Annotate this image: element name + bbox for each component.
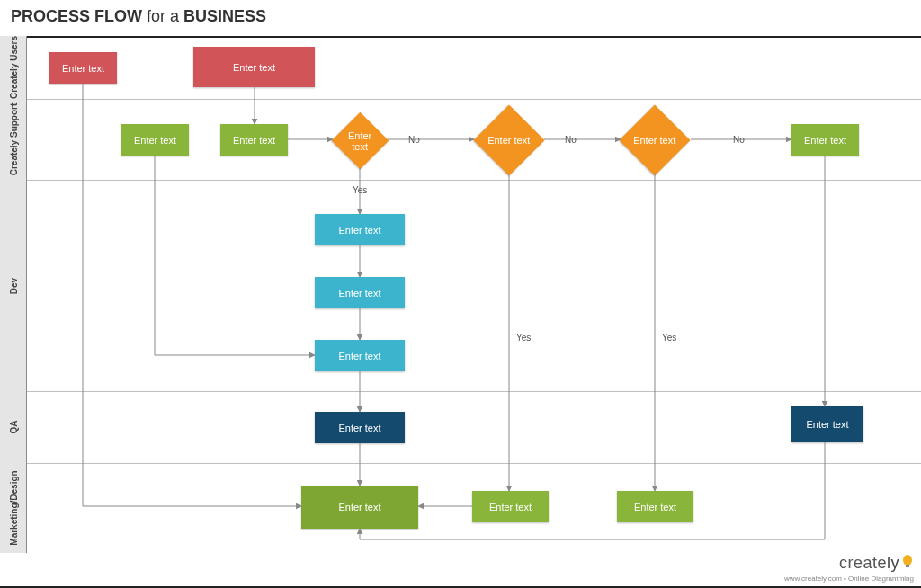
node-dev-1[interactable]: Enter text	[315, 214, 405, 245]
lane-divider	[0, 99, 921, 100]
edge-label-no-2: No	[565, 135, 577, 145]
lane-label-dev: Dev	[0, 180, 27, 391]
edge-label-no-1: No	[408, 135, 420, 145]
node-text: Enter text	[338, 225, 380, 236]
node-marketing-2[interactable]: Enter text	[472, 491, 549, 522]
footer-sub: www.creately.com • Online Diagramming	[784, 575, 914, 583]
title-suffix: BUSINESS	[183, 7, 266, 25]
node-text: Enter text	[134, 135, 176, 146]
svg-point-0	[903, 555, 912, 566]
node-qa-1[interactable]: Enter text	[315, 412, 405, 443]
node-text: Enter text	[62, 63, 104, 74]
title-conj: for a	[147, 7, 179, 25]
lane-divider	[0, 180, 921, 181]
node-user-2[interactable]: Enter text	[193, 47, 315, 87]
node-support-2[interactable]: Enter text	[220, 124, 288, 156]
node-text: Enter text	[634, 502, 676, 512]
lane-label-support-text: Creately Support	[8, 103, 18, 176]
node-text: Enter text	[340, 130, 380, 152]
lightbulb-icon	[901, 554, 914, 575]
lane-label-users: Creately Users	[0, 36, 27, 99]
brand-part-b: ly	[887, 554, 899, 572]
lane-label-marketing-text: Marketing/Design	[8, 470, 18, 545]
node-text: Enter text	[806, 419, 848, 430]
swimlane-container	[0, 36, 921, 588]
brand-part-a: create	[839, 554, 887, 572]
node-text: Enter text	[338, 423, 380, 433]
node-text: Enter text	[487, 135, 530, 146]
node-support-3[interactable]: Enter text	[791, 124, 859, 156]
node-text: Enter text	[633, 135, 675, 146]
node-text: Enter text	[233, 62, 275, 73]
node-text: Enter text	[338, 351, 380, 361]
lane-divider	[0, 391, 921, 392]
node-text: Enter text	[804, 135, 846, 146]
lane-label-marketing: Marketing/Design	[0, 463, 27, 553]
node-text: Enter text	[233, 135, 275, 146]
brand-logo: creately	[784, 554, 914, 575]
node-text: Enter text	[338, 288, 380, 298]
lane-label-users-text: Creately Users	[8, 36, 18, 99]
lane-label-qa-text: QA	[8, 421, 18, 434]
edge-label-yes-2: Yes	[516, 333, 531, 343]
edge-label-no-3: No	[733, 135, 745, 145]
svg-rect-1	[906, 565, 909, 567]
lane-label-qa: QA	[0, 391, 27, 463]
node-dev-2[interactable]: Enter text	[315, 277, 405, 308]
node-text: Enter text	[338, 502, 380, 512]
node-qa-2[interactable]: Enter text	[791, 406, 863, 442]
title-prefix: PROCESS FLOW	[11, 7, 142, 25]
edge-label-yes-3: Yes	[662, 333, 676, 343]
node-support-1[interactable]: Enter text	[121, 124, 189, 156]
edge-label-yes-1: Yes	[353, 185, 367, 195]
node-marketing-3[interactable]: Enter text	[617, 491, 693, 522]
lane-divider	[0, 463, 921, 464]
page-title: PROCESS FLOW for a BUSINESS	[11, 7, 266, 26]
lane-label-support: Creately Support	[0, 99, 27, 180]
node-marketing-1[interactable]: Enter text	[301, 486, 418, 529]
lane-label-dev-text: Dev	[8, 277, 18, 293]
node-dev-3[interactable]: Enter text	[315, 340, 405, 371]
footer: creately www.creately.com • Online Diagr…	[784, 554, 914, 583]
node-user-1[interactable]: Enter text	[49, 52, 117, 84]
node-text: Enter text	[489, 502, 532, 512]
